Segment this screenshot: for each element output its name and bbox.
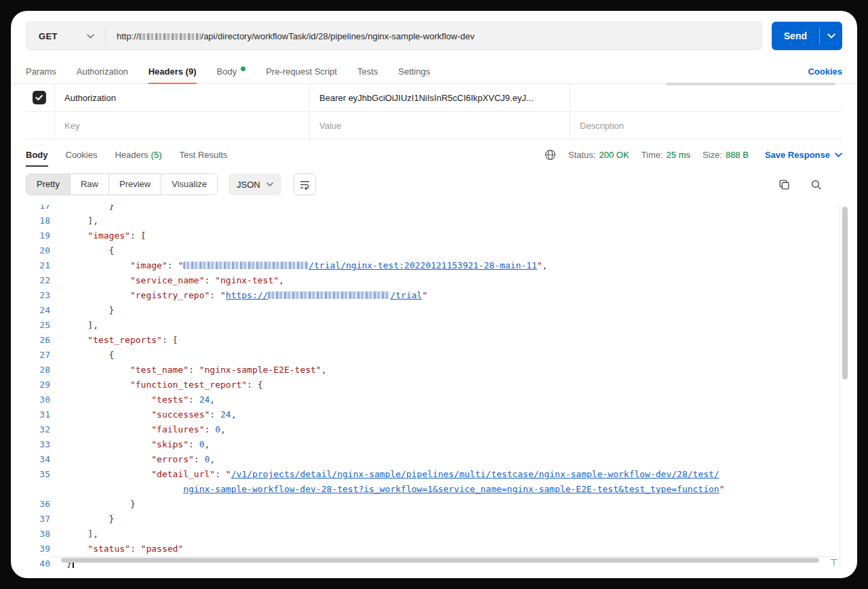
table-scrollbar[interactable] — [666, 83, 835, 85]
line-number: 40 — [11, 556, 50, 571]
tab-label: Pre-request Script — [266, 66, 337, 77]
toolbar-right-icons — [778, 179, 822, 190]
check-icon — [35, 94, 43, 101]
code-line-content: "successes": 24, — [66, 407, 236, 422]
text-segment: "failures" — [151, 424, 204, 434]
line-number: 21 — [11, 258, 50, 273]
view-mode-preview[interactable]: Preview — [109, 174, 161, 195]
tab-headers-9[interactable]: Headers (9) — [149, 60, 197, 83]
new-header-key-cell[interactable]: Key — [54, 112, 309, 139]
view-mode-raw[interactable]: Raw — [71, 174, 109, 195]
code-line: 30 "tests": 24, — [11, 392, 857, 407]
text-segment: " — [226, 469, 231, 479]
response-tab-body[interactable]: Body — [26, 140, 48, 169]
json-link[interactable]: /v1/projects/detail/nginx-sample/pipelin… — [231, 469, 719, 479]
method-selector[interactable]: GET — [26, 22, 105, 49]
text-segment — [66, 409, 151, 420]
text-segment: "status" — [87, 544, 130, 554]
text-segment: " — [220, 290, 226, 300]
chevron-down-icon — [267, 182, 273, 186]
response-tab-headers[interactable]: Headers(5) — [115, 140, 161, 169]
tab-authorization[interactable]: Authorization — [77, 60, 128, 83]
tab-tests[interactable]: Tests — [357, 60, 378, 83]
send-options-button[interactable] — [820, 22, 842, 50]
tab-label: Settings — [398, 66, 430, 77]
line-number: 33 — [11, 437, 50, 452]
line-number: 35 — [11, 467, 50, 482]
header-value-cell[interactable]: Bearer eyJhbGciOiJIUzI1NiIsInR5cCI6IkpXV… — [309, 84, 570, 111]
response-body-editor[interactable]: 17 }18 ],19 "images": [20 {21 "image": "… — [11, 205, 857, 578]
url-input[interactable]: http:///api/directory/workflowTask/id/28… — [117, 31, 475, 41]
response-tab-label: Body — [26, 150, 48, 160]
new-header-value-cell[interactable]: Value — [309, 112, 570, 139]
chevron-down-icon — [87, 34, 94, 39]
json-link[interactable]: /trial — [390, 290, 422, 300]
code-line-content: "errors": 0, — [66, 452, 215, 467]
view-mode-pretty[interactable]: Pretty — [26, 174, 71, 195]
header-description-cell[interactable] — [570, 84, 842, 111]
vertical-scrollbar[interactable] — [842, 207, 848, 380]
view-mode-visualize[interactable]: Visualize — [161, 174, 217, 195]
code-line-content: ], — [66, 318, 98, 333]
text-segment: ], — [66, 216, 98, 226]
redacted-text — [268, 291, 390, 299]
redacted-text — [139, 33, 201, 40]
header-key-cell[interactable]: Authorization — [54, 84, 309, 111]
tab-params[interactable]: Params — [26, 60, 56, 83]
search-button[interactable] — [810, 179, 822, 190]
response-tab-test-results[interactable]: Test Results — [180, 140, 228, 169]
response-view-toolbar: PrettyRawPreviewVisualize JSON — [11, 174, 857, 195]
code-line-content: { — [66, 243, 114, 258]
text-segment — [66, 394, 151, 405]
tab-body[interactable]: Body — [217, 60, 246, 83]
redacted-text — [183, 262, 309, 269]
new-header-checkbox-cell — [26, 112, 54, 139]
response-tab-label: Headers — [115, 150, 148, 160]
key-placeholder: Key — [64, 121, 79, 131]
save-response-button[interactable]: Save Response — [765, 150, 842, 160]
header-enabled-checkbox[interactable] — [33, 91, 46, 104]
time-value: 25 ms — [667, 150, 690, 160]
line-number: 30 — [11, 392, 50, 407]
json-link[interactable]: https:// — [226, 290, 269, 300]
tab-label: Body — [217, 66, 237, 77]
network-globe-icon[interactable] — [545, 149, 556, 161]
json-link[interactable]: nginx-sample-workflow-dev-28-test?is_wor… — [183, 484, 719, 494]
code-line: nginx-sample-workflow-dev-28-test?is_wor… — [11, 482, 857, 497]
format-select[interactable]: JSON — [229, 174, 281, 195]
wrap-lines-button[interactable] — [294, 174, 316, 195]
text-segment: "tests" — [151, 394, 189, 405]
tab-label: Authorization — [77, 66, 128, 77]
json-link[interactable]: /trial/nginx-test:20220121153921-28-main… — [309, 260, 537, 270]
code-line: 19 "images": [ — [11, 228, 857, 243]
tab-settings[interactable]: Settings — [398, 60, 430, 83]
text-segment: : — [205, 424, 216, 434]
size-label: Size: — [703, 150, 722, 160]
new-header-description-cell[interactable]: Description — [570, 112, 842, 139]
code-line: 28 "test_name": "nginx-sample-E2E-test", — [11, 363, 857, 378]
text-segment: : — [205, 275, 216, 285]
url-container: GET http:///api/directory/workflowTask/i… — [26, 22, 762, 50]
description-placeholder: Description — [580, 121, 624, 131]
text-segment: } — [66, 514, 114, 524]
line-number: 29 — [11, 378, 50, 392]
json-pretty-view: 17 }18 ],19 "images": [20 {21 "image": "… — [11, 205, 857, 578]
horizontal-scrollbar[interactable] — [61, 558, 819, 563]
code-line: 27 { — [11, 348, 857, 363]
text-segment: " — [422, 290, 427, 300]
text-segment: "skips" — [151, 439, 189, 449]
code-line-content: "registry_repo": "https:///trial" — [66, 288, 427, 303]
code-line: 18 ], — [11, 214, 857, 228]
send-button[interactable]: Send — [772, 22, 819, 50]
response-tab-cookies[interactable]: Cookies — [66, 140, 98, 169]
line-number: 22 — [11, 273, 50, 288]
tab-pre-request-script[interactable]: Pre-request Script — [266, 60, 337, 83]
text-segment: 24 — [220, 409, 231, 420]
text-segment: " — [537, 260, 542, 270]
code-line-content: "service_name": "nginx-test", — [66, 273, 284, 288]
text-segment — [66, 484, 183, 494]
copy-button[interactable] — [778, 179, 790, 190]
tab-label: Headers (9) — [149, 66, 197, 77]
code-line: 33 "skips": 0, — [11, 437, 857, 452]
cookies-link[interactable]: Cookies — [808, 66, 842, 77]
